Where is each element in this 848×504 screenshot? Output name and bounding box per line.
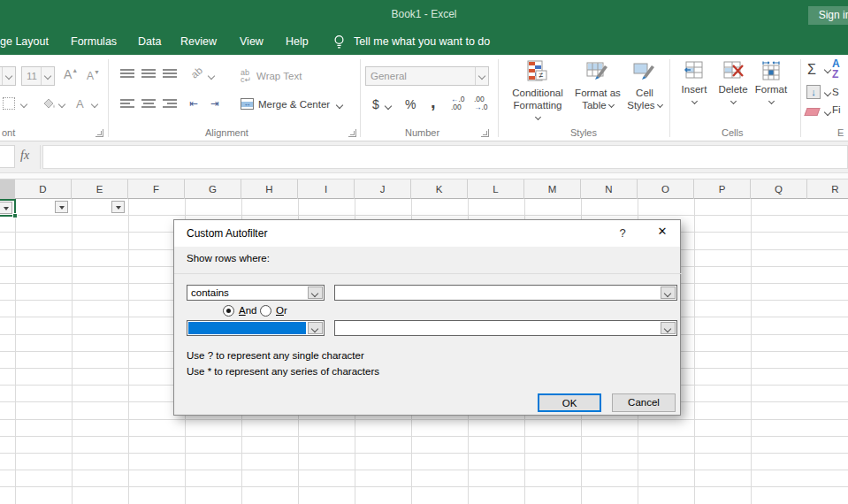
alignment-dialog-launcher-icon[interactable] (348, 129, 356, 137)
wildcard-hint-1: Use ? to represent any single character (187, 350, 364, 361)
align-top-icon[interactable] (120, 69, 134, 80)
grow-font-button[interactable]: A▲ (64, 67, 78, 81)
tab-formulas[interactable]: Formulas (71, 35, 117, 48)
shrink-font-button[interactable]: A▼ (87, 69, 100, 82)
autosum-button[interactable]: Σ (807, 62, 816, 78)
autofilter-dropdown-icon[interactable] (111, 201, 125, 213)
fill-color-icon[interactable] (41, 95, 57, 115)
tab-data[interactable]: Data (138, 35, 161, 48)
decrease-indent-icon[interactable]: ⇤ (189, 97, 198, 110)
or-radio[interactable] (260, 305, 271, 317)
autofilter-dropdown-icon[interactable] (55, 201, 68, 213)
tell-me-box[interactable]: Tell me what you want to do (354, 35, 490, 48)
tab-view[interactable]: View (240, 35, 264, 48)
borders-chevron-icon[interactable] (20, 101, 27, 108)
sort-filter-label[interactable]: S (832, 87, 839, 97)
clear-chevron-icon[interactable] (824, 109, 831, 116)
cell-styles-button[interactable]: Cell Styles (617, 60, 672, 111)
column-header-J[interactable]: J (355, 179, 411, 199)
formula-bar-divider (40, 145, 41, 169)
operator2-dropdown-button[interactable] (308, 322, 323, 334)
increase-decimal-button[interactable]: ←.0.00 (451, 95, 465, 111)
value2-dropdown-button[interactable] (661, 322, 676, 334)
dialog-close-icon[interactable]: ✕ (652, 225, 673, 242)
operator1-dropdown-button[interactable] (308, 286, 323, 299)
and-radio[interactable] (223, 305, 234, 317)
formula-input[interactable] (42, 145, 848, 169)
increase-indent-icon[interactable]: ⇥ (210, 97, 219, 110)
column-header-L[interactable]: L (468, 179, 524, 199)
format-cells-button[interactable]: Format (745, 60, 797, 108)
number-dialog-launcher-icon[interactable] (481, 129, 489, 137)
comma-style-button[interactable]: , (431, 92, 436, 112)
value1-dropdown-button[interactable] (661, 286, 676, 299)
cancel-button[interactable]: Cancel (612, 393, 676, 412)
font-name-combo[interactable] (0, 66, 16, 86)
dialog-title-bar[interactable]: Custom Autofilter ? ✕ (174, 220, 680, 247)
column-header-N[interactable]: N (581, 179, 638, 199)
fill-color-chevron-icon[interactable] (58, 101, 65, 108)
column-header-D[interactable]: D (15, 179, 72, 199)
find-select-label[interactable]: Fi (832, 104, 841, 115)
operator2-combo[interactable] (187, 320, 325, 336)
cell-styles-icon (632, 76, 657, 87)
wrap-text-button[interactable]: Wrap Text (256, 71, 302, 81)
value2-combo[interactable] (334, 320, 677, 336)
tab-review[interactable]: Review (180, 35, 217, 48)
lightbulb-icon (332, 34, 346, 53)
column-header-F[interactable]: F (128, 179, 185, 199)
font-color-chevron-icon[interactable] (91, 101, 98, 108)
decrease-decimal-button[interactable]: .00→.0 (474, 95, 488, 111)
accounting-chevron-icon[interactable] (385, 103, 392, 110)
value1-combo[interactable] (334, 285, 677, 301)
fill-button[interactable]: ↓ (806, 85, 821, 99)
ok-button[interactable]: OK (538, 393, 601, 412)
column-header-R[interactable]: R (807, 179, 848, 199)
or-radio-label[interactable]: Or (276, 305, 287, 316)
align-bottom-icon[interactable] (163, 69, 177, 80)
align-left-icon[interactable] (120, 99, 134, 111)
clear-eraser-icon[interactable] (804, 108, 820, 116)
column-header-K[interactable]: K (411, 179, 468, 199)
tab-help[interactable]: Help (286, 35, 309, 48)
number-format-combo[interactable]: General (365, 66, 489, 86)
column-header-H[interactable]: H (241, 179, 298, 199)
chevron-down-icon (691, 98, 697, 104)
accounting-format-button[interactable]: $ (372, 97, 379, 111)
autofilter-dropdown-icon[interactable] (0, 202, 12, 214)
insert-function-icon[interactable]: fx (20, 149, 29, 163)
and-radio-label[interactable]: And (239, 305, 256, 316)
sort-filter-icon[interactable]: AZ (832, 58, 840, 80)
fill-handle[interactable] (12, 213, 18, 218)
borders-icon[interactable] (3, 97, 15, 110)
column-header-G[interactable]: G (185, 179, 241, 199)
orientation-chevron-icon[interactable] (208, 73, 215, 80)
font-dialog-launcher-icon[interactable] (95, 129, 103, 137)
dialog-help-button[interactable]: ? (615, 226, 630, 242)
align-middle-icon[interactable] (141, 69, 156, 80)
merge-center-chevron-icon[interactable] (336, 102, 343, 109)
column-header-E[interactable]: E (72, 179, 128, 199)
align-center-icon[interactable] (141, 99, 156, 111)
merge-center-button[interactable]: Merge & Center (258, 99, 330, 110)
font-color-icon[interactable]: A (76, 97, 84, 111)
name-box[interactable] (0, 145, 15, 168)
font-size-combo[interactable]: 11 (21, 66, 55, 86)
column-header-partial[interactable] (0, 179, 15, 199)
autosum-chevron-icon[interactable] (824, 66, 831, 73)
number-format-value: General (371, 71, 407, 81)
sign-in-button[interactable]: Sign in (808, 6, 848, 25)
operator1-combo[interactable]: contains (187, 285, 325, 301)
column-header-M[interactable]: M (524, 179, 581, 199)
column-header-O[interactable]: O (638, 179, 694, 199)
align-right-icon[interactable] (163, 99, 177, 111)
tab-page-layout[interactable]: ge Layout (0, 35, 49, 48)
conditional-formatting-button[interactable]: ≠ Conditional Formatting (510, 60, 565, 124)
percent-style-button[interactable]: % (405, 97, 416, 111)
column-header-I[interactable]: I (298, 179, 355, 199)
fill-chevron-icon[interactable] (824, 89, 831, 96)
orientation-icon[interactable]: ab (189, 65, 205, 80)
font-size-value: 11 (27, 71, 37, 81)
column-header-Q[interactable]: Q (751, 179, 807, 199)
column-header-P[interactable]: P (694, 179, 751, 199)
